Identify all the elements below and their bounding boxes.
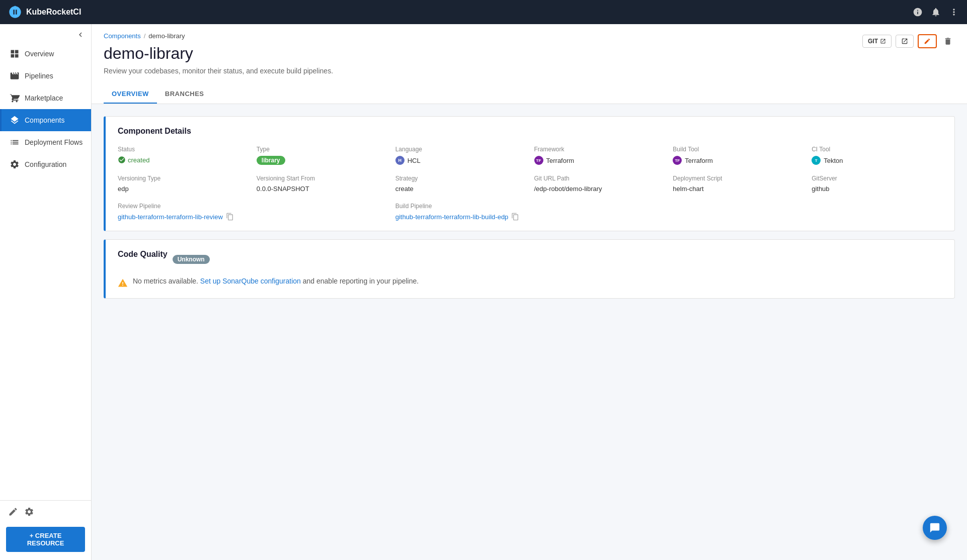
page-actions: GIT (862, 34, 955, 48)
external-link-icon-2 (901, 38, 908, 45)
bell-icon[interactable] (931, 7, 941, 17)
sidebar-collapse (0, 24, 91, 43)
code-quality-card: Code Quality Unknown No metrics availabl… (104, 239, 955, 299)
review-pipeline-link[interactable]: github-terraform-terraform-lib-review (118, 213, 223, 221)
info-icon[interactable] (913, 7, 923, 17)
detail-review-pipeline: Review Pipeline github-terraform-terrafo… (118, 203, 387, 221)
tab-overview[interactable]: OVERVIEW (104, 85, 157, 104)
sonarqube-config-link[interactable]: Set up SonarQube configuration (200, 277, 301, 285)
type-badge: library (257, 156, 285, 165)
detail-git-server-label: GitServer (812, 175, 942, 182)
terraform-build-icon: TF (673, 156, 682, 165)
sidebar-item-configuration-label: Configuration (25, 160, 66, 168)
delete-button[interactable] (941, 34, 955, 48)
more-vertical-icon[interactable] (949, 7, 959, 17)
details-grid-row1: Status created Type (118, 146, 942, 193)
sidebar-item-pipelines-label: Pipelines (25, 72, 53, 80)
create-resource-label: + CREATE RESOURCE (12, 532, 79, 547)
topbar: KubeRocketCI (0, 0, 967, 24)
sidebar-item-marketplace[interactable]: Marketplace (0, 87, 91, 109)
code-quality-status-badge: Unknown (173, 255, 210, 264)
sidebar-item-configuration[interactable]: Configuration (0, 153, 91, 175)
component-details-title: Component Details (118, 127, 942, 136)
sidebar-item-overview[interactable]: Overview (0, 43, 91, 65)
cq-message-suffix: and enable reporting in your pipeline. (303, 277, 419, 285)
page-subtitle: Review your codebases, monitor their sta… (104, 67, 333, 81)
detail-strategy: Strategy create (395, 175, 526, 193)
detail-versioning-type-label: Versioning Type (118, 175, 249, 182)
detail-git-url: Git URL Path /edp-robot/demo-library (534, 175, 665, 193)
detail-status-value: created (118, 156, 249, 164)
film-icon (10, 71, 20, 81)
chat-icon (929, 522, 940, 533)
sidebar: Overview Pipelines Marketplace Component… (0, 24, 92, 560)
code-quality-body: Code Quality Unknown No metrics availabl… (106, 240, 954, 298)
copy-icon-review[interactable] (226, 213, 234, 221)
hcl-icon: H (395, 156, 405, 165)
chevron-left-icon (76, 30, 85, 39)
detail-language: Language H HCL (395, 146, 526, 165)
list-icon (10, 137, 20, 147)
layers-icon (10, 115, 20, 125)
rocket-icon (8, 5, 22, 19)
content-header: Components / demo-library demo-library R… (92, 24, 967, 104)
detail-ci-tool-value: T Tekton (812, 156, 942, 165)
sidebar-item-deployment-flows[interactable]: Deployment Flows (0, 131, 91, 153)
cq-message-prefix: No metrics available. (133, 277, 198, 285)
detail-framework-label: Framework (534, 146, 665, 153)
cog-footer-icon[interactable] (24, 507, 34, 517)
git-button[interactable]: GIT (862, 35, 892, 48)
detail-deployment-script: Deployment Script helm-chart (673, 175, 803, 193)
detail-git-url-label: Git URL Path (534, 175, 665, 182)
build-tool-text: Terraform (685, 157, 713, 164)
pencil-icon (924, 38, 931, 45)
terraform-icon: TF (534, 156, 543, 165)
detail-framework-value: TF Terraform (534, 156, 665, 165)
detail-build-tool-value: TF Terraform (673, 156, 803, 165)
detail-git-server-value: github (812, 185, 942, 193)
detail-status-label: Status (118, 146, 249, 153)
tab-branches[interactable]: BRANCHES (157, 85, 212, 104)
git-label: GIT (868, 38, 878, 45)
check-circle-icon (118, 156, 126, 164)
breadcrumb-separator: / (144, 32, 146, 40)
external-link-button[interactable] (896, 35, 914, 48)
sidebar-item-components[interactable]: Components (0, 109, 91, 131)
brand-name: KubeRocketCI (26, 8, 81, 17)
create-resource-button[interactable]: + CREATE RESOURCE (6, 527, 85, 552)
sidebar-item-pipelines[interactable]: Pipelines (0, 65, 91, 87)
brand: KubeRocketCI (8, 5, 81, 19)
copy-icon-build[interactable] (511, 213, 519, 221)
detail-build-tool-label: Build Tool (673, 146, 803, 153)
edit-button[interactable] (918, 34, 937, 48)
external-link-icon-git (880, 38, 886, 44)
page-title-row: Components / demo-library demo-library R… (104, 32, 955, 81)
detail-type-label: Type (257, 146, 387, 153)
detail-git-url-value: /edp-robot/demo-library (534, 185, 665, 193)
sidebar-item-overview-label: Overview (25, 50, 54, 58)
tabs: OVERVIEW BRANCHES (104, 85, 955, 104)
detail-versioning-type: Versioning Type edp (118, 175, 249, 193)
grid-icon (10, 49, 20, 59)
main-layout: Overview Pipelines Marketplace Component… (0, 24, 967, 560)
pencil-footer-icon[interactable] (8, 507, 18, 517)
sidebar-collapse-button[interactable] (74, 28, 87, 43)
detail-build-pipeline: Build Pipeline github-terraform-terrafor… (395, 203, 665, 221)
pipeline-details-grid: Review Pipeline github-terraform-terrafo… (118, 203, 942, 221)
detail-deployment-script-value: helm-chart (673, 185, 803, 193)
detail-build-pipeline-value: github-terraform-terraform-lib-build-edp (395, 213, 665, 221)
detail-strategy-value: create (395, 185, 526, 193)
build-pipeline-link[interactable]: github-terraform-terraform-lib-build-edp (395, 213, 509, 221)
detail-strategy-label: Strategy (395, 175, 526, 182)
detail-review-pipeline-label: Review Pipeline (118, 203, 387, 210)
chat-fab-button[interactable] (923, 516, 947, 540)
detail-type: Type library (257, 146, 387, 165)
breadcrumb-parent[interactable]: Components (104, 32, 141, 40)
detail-deployment-script-label: Deployment Script (673, 175, 803, 182)
sidebar-footer (0, 500, 91, 523)
detail-type-value: library (257, 156, 387, 165)
detail-versioning-start-label: Versioning Start From (257, 175, 387, 182)
framework-text: Terraform (546, 157, 575, 164)
detail-build-tool: Build Tool TF Terraform (673, 146, 803, 165)
language-text: HCL (408, 157, 421, 164)
